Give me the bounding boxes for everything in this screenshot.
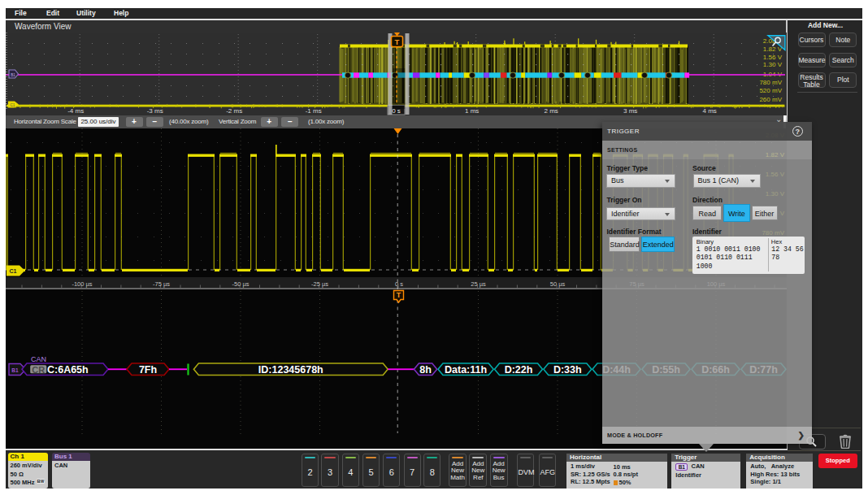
svg-text:C1: C1 bbox=[10, 268, 17, 274]
svg-text:D:22h: D:22h bbox=[505, 364, 533, 376]
svg-text:-25 µs: -25 µs bbox=[311, 280, 328, 288]
svg-text:4 ms: 4 ms bbox=[703, 107, 717, 115]
svg-text:-50 µs: -50 µs bbox=[232, 280, 250, 288]
svg-text:-2 ms: -2 ms bbox=[226, 107, 242, 115]
svg-text:CAN: CAN bbox=[31, 355, 46, 363]
svg-text:-3 ms: -3 ms bbox=[147, 107, 163, 115]
svg-text:B1: B1 bbox=[11, 367, 19, 373]
svg-text:1.82 V: 1.82 V bbox=[763, 46, 783, 53]
svg-text:3 ms: 3 ms bbox=[623, 107, 637, 115]
svg-text:C:6A65h: C:6A65h bbox=[47, 364, 89, 376]
svg-text:T: T bbox=[395, 37, 400, 46]
svg-text:8h: 8h bbox=[419, 364, 432, 376]
svg-text:ID:12345678h: ID:12345678h bbox=[258, 364, 323, 376]
svg-text:1.30 V: 1.30 V bbox=[763, 61, 783, 68]
svg-text:2 ms: 2 ms bbox=[545, 107, 558, 115]
svg-text:D:33h: D:33h bbox=[553, 364, 582, 376]
svg-text:260 mV: 260 mV bbox=[759, 96, 782, 103]
svg-text:-100 µs: -100 µs bbox=[72, 280, 92, 288]
svg-text:T: T bbox=[397, 291, 401, 299]
svg-text:0 s: 0 s bbox=[395, 280, 403, 288]
svg-text:C1: C1 bbox=[11, 103, 15, 107]
svg-text:-75 µs: -75 µs bbox=[153, 280, 170, 288]
svg-text:25 µs: 25 µs bbox=[471, 280, 486, 288]
svg-text:520 mV: 520 mV bbox=[759, 87, 782, 94]
svg-text:7Fh: 7Fh bbox=[139, 364, 157, 376]
svg-text:B1: B1 bbox=[11, 73, 15, 77]
svg-text:CR: CR bbox=[32, 365, 45, 375]
svg-text:Data:11h: Data:11h bbox=[445, 364, 487, 376]
svg-text:50 µs: 50 µs bbox=[550, 280, 566, 288]
svg-text:1 ms: 1 ms bbox=[465, 107, 479, 115]
svg-text:780 mV: 780 mV bbox=[759, 79, 782, 86]
svg-text:-1 ms: -1 ms bbox=[306, 107, 322, 115]
svg-text:-4 ms: -4 ms bbox=[67, 107, 84, 115]
